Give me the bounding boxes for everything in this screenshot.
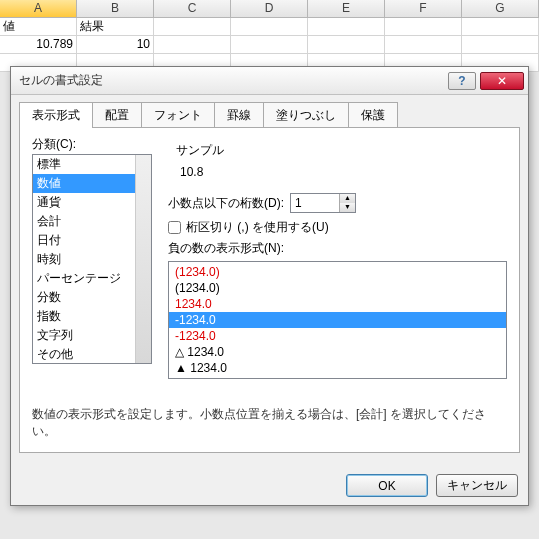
category-item[interactable]: 文字列 [33, 326, 151, 345]
category-item[interactable]: 分数 [33, 288, 151, 307]
col-header-e[interactable]: E [308, 0, 385, 17]
negative-format-item[interactable]: △ 1234.0 [169, 344, 506, 360]
tab-fill[interactable]: 塗りつぶし [263, 102, 349, 128]
close-icon: ✕ [497, 74, 507, 88]
table-row: 10.789 10 [0, 36, 539, 54]
col-header-c[interactable]: C [154, 0, 231, 17]
tab-number[interactable]: 表示形式 [19, 102, 93, 128]
category-item[interactable]: 会計 [33, 212, 151, 231]
category-item[interactable]: 通貨 [33, 193, 151, 212]
category-item[interactable]: 日付 [33, 231, 151, 250]
tab-border[interactable]: 罫線 [214, 102, 264, 128]
tab-protection[interactable]: 保護 [348, 102, 398, 128]
dialog-title: セルの書式設定 [15, 72, 444, 89]
col-header-f[interactable]: F [385, 0, 462, 17]
negative-format-list[interactable]: (1234.0)(1234.0)1234.0-1234.0-1234.0△ 12… [168, 261, 507, 379]
cell-a1[interactable]: 値 [0, 18, 77, 35]
hint-text: 数値の表示形式を設定します。小数点位置を揃える場合は、[会計] を選択してくださ… [32, 406, 507, 440]
decimals-label: 小数点以下の桁数(D): [168, 195, 284, 212]
tab-panel-number: 分類(C): 標準数値通貨会計日付時刻パーセンテージ分数指数文字列その他ユーザー… [19, 127, 520, 453]
close-button[interactable]: ✕ [480, 72, 524, 90]
sample-value: 10.8 [176, 165, 499, 179]
tab-strip: 表示形式 配置 フォント 罫線 塗りつぶし 保護 [11, 95, 528, 127]
spin-up-icon[interactable]: ▲ [339, 194, 355, 203]
sample-label: サンプル [176, 142, 499, 159]
scrollbar[interactable] [135, 155, 151, 363]
cell-a2[interactable]: 10.789 [0, 36, 77, 53]
category-item[interactable]: その他 [33, 345, 151, 364]
col-header-a[interactable]: A [0, 0, 77, 17]
column-headers: A B C D E F G [0, 0, 539, 18]
tab-alignment[interactable]: 配置 [92, 102, 142, 128]
category-list[interactable]: 標準数値通貨会計日付時刻パーセンテージ分数指数文字列その他ユーザー定義 [32, 154, 152, 364]
tab-font[interactable]: フォント [141, 102, 215, 128]
category-item[interactable]: 時刻 [33, 250, 151, 269]
cell-b2[interactable]: 10 [77, 36, 154, 53]
negative-format-item[interactable]: 1234.0 [169, 296, 506, 312]
negative-format-item[interactable]: -1234.0 [169, 328, 506, 344]
ok-button[interactable]: OK [346, 474, 428, 497]
negative-format-item[interactable]: -1234.0 [169, 312, 506, 328]
col-header-b[interactable]: B [77, 0, 154, 17]
titlebar[interactable]: セルの書式設定 ? ✕ [11, 67, 528, 95]
category-item[interactable]: 数値 [33, 174, 151, 193]
spin-down-icon[interactable]: ▼ [339, 203, 355, 212]
negative-format-item[interactable]: (1234.0) [169, 264, 506, 280]
decimals-stepper[interactable]: ▲▼ [290, 193, 356, 213]
format-cells-dialog: セルの書式設定 ? ✕ 表示形式 配置 フォント 罫線 塗りつぶし 保護 分類(… [10, 66, 529, 506]
category-item[interactable]: パーセンテージ [33, 269, 151, 288]
col-header-g[interactable]: G [462, 0, 539, 17]
thousands-label: 桁区切り (,) を使用する(U) [186, 219, 329, 236]
category-item[interactable]: 指数 [33, 307, 151, 326]
negative-format-item[interactable]: (1234.0) [169, 280, 506, 296]
negative-format-item[interactable]: ▲ 1234.0 [169, 360, 506, 376]
category-item[interactable]: 標準 [33, 155, 151, 174]
negative-label: 負の数の表示形式(N): [168, 240, 507, 257]
spreadsheet: A B C D E F G 値 結果 10.789 10 [0, 0, 539, 72]
cell[interactable] [154, 18, 231, 35]
cancel-button[interactable]: キャンセル [436, 474, 518, 497]
thousands-checkbox[interactable] [168, 221, 181, 234]
sample-box: サンプル 10.8 [168, 136, 507, 185]
cell-b1[interactable]: 結果 [77, 18, 154, 35]
decimals-input[interactable] [291, 194, 339, 212]
help-button[interactable]: ? [448, 72, 476, 90]
table-row: 値 結果 [0, 18, 539, 36]
col-header-d[interactable]: D [231, 0, 308, 17]
